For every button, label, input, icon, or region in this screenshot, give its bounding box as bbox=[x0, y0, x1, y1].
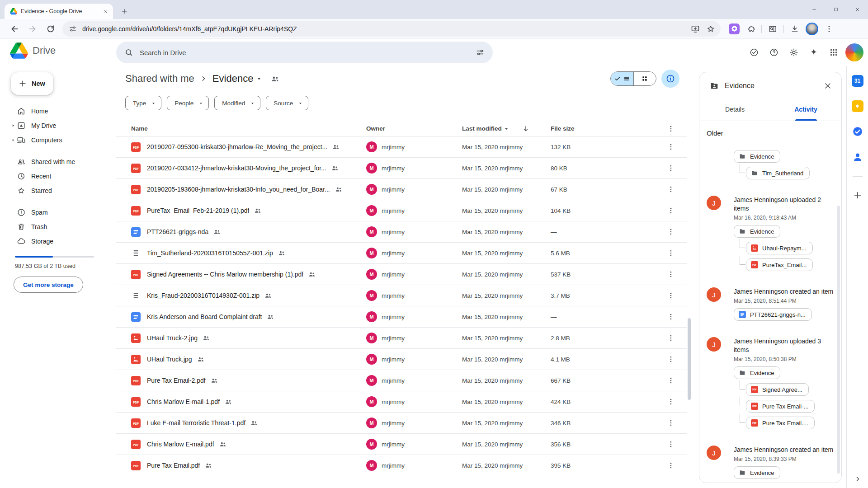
more-options-icon[interactable] bbox=[667, 228, 675, 236]
more-options-icon[interactable] bbox=[667, 398, 675, 406]
activity-item-chip[interactable]: PDF Pure Tax Email-... bbox=[746, 400, 815, 413]
help-icon[interactable] bbox=[769, 47, 779, 57]
advanced-search-icon[interactable] bbox=[476, 48, 485, 57]
breadcrumb-current[interactable]: Evidence bbox=[212, 73, 264, 84]
browser-menu-icon[interactable] bbox=[825, 24, 834, 33]
keep-icon[interactable] bbox=[852, 100, 863, 112]
expand-chevron-icon[interactable] bbox=[10, 137, 16, 143]
table-row[interactable]: PDF 20190207-095300-kriskat30-jhmarlow-R… bbox=[116, 136, 687, 158]
drive-logo[interactable]: Drive bbox=[10, 42, 56, 59]
filter-chip-source[interactable]: Source bbox=[266, 96, 308, 110]
table-row[interactable]: Kris Anderson and Board Complaint draft … bbox=[116, 306, 687, 328]
more-options-icon[interactable] bbox=[667, 376, 675, 385]
file-list-scrollbar[interactable] bbox=[688, 318, 691, 400]
table-row[interactable]: UHaul Truck.jpg M mrjimmy Mar 15, 2020 m… bbox=[116, 349, 687, 370]
tab-close-icon[interactable] bbox=[101, 7, 109, 15]
more-options-icon[interactable] bbox=[667, 461, 675, 469]
column-size[interactable]: File size bbox=[551, 125, 615, 132]
activity-item-chip[interactable]: Uhaul-Repaym... bbox=[746, 242, 813, 254]
tab-activity[interactable]: Activity bbox=[770, 98, 841, 121]
more-options-icon[interactable] bbox=[667, 419, 675, 427]
expand-chevron-icon[interactable] bbox=[10, 122, 16, 129]
tab-details[interactable]: Details bbox=[699, 98, 770, 121]
filter-chip-people[interactable]: People bbox=[167, 96, 209, 110]
sidebar-item-recent[interactable]: Recent bbox=[0, 169, 105, 183]
more-options-icon[interactable] bbox=[667, 249, 675, 257]
table-row[interactable]: PDF Chris Marlow E-mail.pdf M mrjimmy Ma… bbox=[116, 434, 687, 455]
grid-view-toggle[interactable] bbox=[633, 72, 656, 85]
sort-direction-icon[interactable] bbox=[522, 125, 530, 133]
minimize-icon[interactable] bbox=[810, 5, 818, 14]
sidebar-item-starred[interactable]: Starred bbox=[0, 183, 105, 198]
table-row[interactable]: PDF Chris Marlow E-mail-1.pdf M mrjimmy … bbox=[116, 391, 687, 413]
close-panel-button[interactable] bbox=[819, 77, 837, 95]
maximize-icon[interactable] bbox=[832, 5, 840, 14]
new-button[interactable]: New bbox=[11, 72, 53, 95]
table-row[interactable]: Kris_Fraud-20200316T014930Z-001.zip M mr… bbox=[116, 285, 687, 306]
sidebar-item-spam[interactable]: Spam bbox=[0, 205, 105, 220]
table-row[interactable]: PDF Signed Agreements -- Chris Marlow me… bbox=[116, 264, 687, 285]
activity-item-chip[interactable]: Evidence bbox=[734, 466, 780, 479]
column-owner[interactable]: Owner bbox=[366, 125, 462, 132]
more-options-icon[interactable] bbox=[667, 334, 675, 342]
forward-icon[interactable] bbox=[28, 24, 38, 34]
search-icon[interactable] bbox=[124, 48, 133, 57]
details-info-button[interactable] bbox=[661, 70, 679, 88]
table-row[interactable]: Tim_Sutherland-20200316T015055Z-001.zip … bbox=[116, 243, 687, 264]
sidebar-item-my-drive[interactable]: My Drive bbox=[0, 118, 105, 133]
tasks-icon[interactable] bbox=[852, 126, 863, 137]
more-options-icon[interactable] bbox=[667, 440, 675, 448]
offline-status-icon[interactable] bbox=[749, 47, 759, 57]
activity-item-chip[interactable]: PDF Pure Tax Email.... bbox=[746, 417, 815, 429]
sidebar-item-computers[interactable]: Computers bbox=[0, 133, 105, 147]
more-options-icon[interactable] bbox=[667, 355, 675, 363]
filter-chip-type[interactable]: Type bbox=[125, 96, 161, 110]
activity-item-chip[interactable]: Tim_Sutherland bbox=[746, 167, 810, 179]
screenshot-extension-icon[interactable] bbox=[729, 23, 740, 34]
more-options-icon[interactable] bbox=[667, 313, 675, 321]
more-options-icon[interactable] bbox=[667, 291, 675, 300]
breadcrumb-parent[interactable]: Shared with me bbox=[125, 73, 194, 84]
site-settings-icon[interactable] bbox=[69, 25, 77, 33]
table-row[interactable]: PDF 20190207-033412-jhmarlow-kriskat30-M… bbox=[116, 158, 687, 179]
account-avatar[interactable] bbox=[845, 43, 863, 61]
activity-item-chip[interactable]: PTT26621-griggs-n... bbox=[734, 308, 812, 321]
install-app-icon[interactable] bbox=[691, 24, 700, 33]
gemini-sparkle-icon[interactable] bbox=[809, 47, 819, 57]
activity-item-chip[interactable]: Evidence bbox=[734, 366, 780, 379]
collapse-rail-chevron-icon[interactable] bbox=[853, 474, 862, 483]
list-view-toggle[interactable] bbox=[611, 72, 633, 85]
new-tab-button[interactable] bbox=[118, 5, 130, 17]
table-row[interactable]: UHaul Truck-2.jpg M mrjimmy Mar 15, 2020… bbox=[116, 328, 687, 349]
more-options-icon[interactable] bbox=[667, 164, 675, 172]
close-window-icon[interactable] bbox=[854, 5, 862, 14]
sidebar-item-shared-with-me[interactable]: Shared with me bbox=[0, 155, 105, 169]
search-input[interactable]: Search in Drive bbox=[116, 42, 493, 63]
browser-profile-avatar[interactable] bbox=[806, 23, 818, 35]
column-modified[interactable]: Last modified bbox=[462, 125, 551, 133]
table-row[interactable]: PDF Pure Tax Email.pdf M mrjimmy Mar 15,… bbox=[116, 455, 687, 476]
sidebar-item-storage[interactable]: Storage bbox=[0, 234, 105, 249]
side-panel-search-icon[interactable] bbox=[768, 24, 777, 33]
more-options-icon[interactable] bbox=[667, 125, 675, 133]
calendar-icon[interactable]: 31 bbox=[852, 75, 863, 87]
table-row[interactable]: PDF Pure Tax Email-2.pdf M mrjimmy Mar 1… bbox=[116, 370, 687, 391]
sidebar-item-home[interactable]: Home bbox=[0, 104, 105, 118]
filter-chip-modified[interactable]: Modified bbox=[214, 96, 260, 110]
url-bar[interactable]: drive.google.com/drive/u/0/folders/14mXf… bbox=[62, 21, 721, 37]
column-name[interactable]: Name bbox=[131, 125, 366, 132]
table-row[interactable]: PDF PureTax_Email_Feb-21-2019 (1).pdf M … bbox=[116, 200, 687, 221]
downloads-icon[interactable] bbox=[790, 24, 799, 33]
contacts-icon[interactable] bbox=[852, 151, 863, 163]
panel-scrollbar[interactable] bbox=[837, 206, 840, 474]
get-more-storage-button[interactable]: Get more storage bbox=[14, 277, 83, 293]
extensions-icon[interactable] bbox=[746, 24, 755, 33]
activity-item-chip[interactable]: PDF PureTax_Email... bbox=[746, 258, 813, 271]
table-row[interactable]: PDF 20190205-193608-jhmarlow-kriskat30-I… bbox=[116, 179, 687, 200]
more-options-icon[interactable] bbox=[667, 143, 675, 151]
add-addon-icon[interactable] bbox=[853, 190, 863, 200]
table-row[interactable]: PDF Luke E-mail Terroristic Threat-1.pdf… bbox=[116, 413, 687, 434]
more-options-icon[interactable] bbox=[667, 270, 675, 278]
activity-item-chip[interactable]: Evidence bbox=[734, 150, 780, 163]
activity-item-chip[interactable]: Evidence bbox=[734, 225, 780, 238]
